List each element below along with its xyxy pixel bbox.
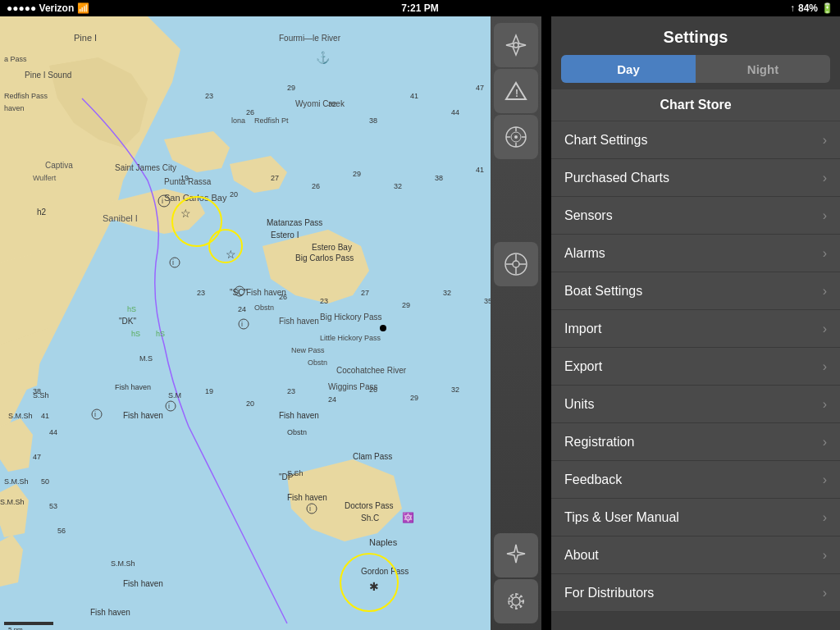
chevron-icon: ›: [823, 472, 827, 487]
svg-text:h2: h2: [37, 208, 47, 217]
svg-point-123: [514, 135, 518, 139]
svg-text:i: i: [94, 410, 96, 418]
svg-text:i: i: [172, 258, 174, 267]
svg-text:23: 23: [320, 297, 328, 305]
svg-text:M.S: M.S: [139, 354, 153, 363]
svg-text:New Pass: New Pass: [291, 346, 325, 354]
svg-text:44: 44: [49, 428, 57, 436]
svg-text:Obstn: Obstn: [308, 358, 327, 367]
svg-text:Wulfert: Wulfert: [33, 174, 57, 182]
chart-store-row[interactable]: Chart Store: [551, 89, 840, 121]
battery-text: 84%: [798, 2, 818, 14]
svg-text:29: 29: [402, 301, 410, 309]
purchased-charts-label: Purchased Charts: [564, 171, 669, 185]
about-label: About: [564, 548, 599, 563]
svg-text:Little Hickory Pass: Little Hickory Pass: [320, 334, 381, 342]
settings-item-registration[interactable]: Registration ›: [551, 423, 840, 461]
svg-text:27: 27: [361, 289, 369, 297]
chevron-icon: ›: [823, 133, 827, 148]
svg-text:29: 29: [287, 84, 295, 92]
settings-item-import[interactable]: Import ›: [551, 310, 840, 348]
status-bar: ●●●●● Verizon 📶 7:21 PM ↑ 84% 🔋: [0, 0, 840, 16]
svg-text:Fourmi—le River: Fourmi—le River: [279, 34, 341, 43]
svg-text:☆: ☆: [180, 207, 191, 220]
settings-item-units[interactable]: Units ›: [551, 386, 840, 423]
settings-item-for-distributors[interactable]: For Distributors ›: [551, 574, 840, 612]
tips-user-manual-label: Tips & User Manual: [564, 510, 679, 525]
map-area[interactable]: 23 26 29 32 38 41 44 47 19 20 27 26 29 3…: [0, 16, 541, 630]
svg-text:Sh.C: Sh.C: [361, 514, 379, 523]
warning-icon-btn[interactable]: !: [494, 69, 538, 113]
svg-text:50: 50: [41, 477, 49, 486]
chevron-icon: ›: [823, 284, 827, 299]
svg-text:Redfish Pass: Redfish Pass: [4, 92, 48, 100]
svg-text:Big Hickory Pass: Big Hickory Pass: [320, 313, 382, 322]
svg-text:S.M.Sh: S.M.Sh: [8, 412, 33, 420]
svg-text:47: 47: [476, 84, 484, 92]
settings-item-feedback[interactable]: Feedback ›: [551, 461, 840, 499]
svg-text:24: 24: [238, 305, 246, 313]
settings-item-tips-user-manual[interactable]: Tips & User Manual ›: [551, 499, 840, 536]
svg-text:53: 53: [49, 502, 57, 510]
svg-point-126: [512, 597, 520, 605]
svg-text:20: 20: [246, 399, 254, 408]
svg-text:Pine I: Pine I: [74, 33, 97, 43]
chevron-icon: ›: [823, 171, 827, 185]
settings-item-sensors[interactable]: Sensors ›: [551, 197, 840, 235]
wifi-icon: 📶: [77, 2, 89, 14]
day-mode-button[interactable]: Day: [561, 55, 696, 83]
svg-text:Big Carlos Pass: Big Carlos Pass: [295, 253, 354, 262]
sparkle-icon-btn[interactable]: [494, 533, 538, 578]
day-night-toggle[interactable]: Day Night: [561, 55, 830, 83]
steering-wheel-icon-btn[interactable]: [494, 242, 538, 286]
signal-icon: ↑: [790, 2, 795, 14]
svg-text:hS: hS: [156, 330, 165, 338]
svg-text:i: i: [237, 287, 239, 295]
svg-text:S.Sh: S.Sh: [287, 469, 304, 477]
chevron-icon: ›: [823, 208, 827, 223]
chevron-icon: ›: [823, 397, 827, 412]
svg-text:41: 41: [41, 412, 49, 420]
svg-text:Fish haven: Fish haven: [287, 493, 327, 502]
svg-text:44: 44: [451, 108, 459, 116]
svg-text:Wyomi Creek: Wyomi Creek: [295, 99, 345, 108]
settings-item-chart-settings[interactable]: Chart Settings ›: [551, 121, 840, 159]
settings-item-purchased-charts[interactable]: Purchased Charts ›: [551, 159, 840, 197]
gear-icon-btn[interactable]: [494, 579, 538, 623]
settings-panel: Settings Day Night Chart Store Chart Set…: [551, 16, 840, 630]
boat-settings-label: Boat Settings: [564, 284, 642, 299]
svg-text:24: 24: [328, 395, 336, 404]
battery-icon: 🔋: [821, 2, 833, 14]
svg-text:27: 27: [271, 174, 279, 182]
svg-text:38: 38: [435, 174, 443, 182]
settings-item-alarms[interactable]: Alarms ›: [551, 235, 840, 272]
settings-item-export[interactable]: Export ›: [551, 348, 840, 386]
svg-text:Matanzas Pass: Matanzas Pass: [267, 218, 322, 227]
settings-item-boat-settings[interactable]: Boat Settings ›: [551, 272, 840, 310]
svg-text:Fish haven: Fish haven: [246, 288, 286, 297]
svg-text:26: 26: [246, 108, 254, 116]
svg-text:🔯: 🔯: [402, 511, 414, 523]
svg-text:Saint James City: Saint James City: [115, 163, 176, 172]
chevron-icon: ›: [823, 435, 827, 450]
svg-text:!: !: [515, 88, 518, 99]
svg-text:41: 41: [476, 166, 484, 174]
navigation-icon-btn[interactable]: [494, 23, 538, 67]
svg-text:☆: ☆: [226, 248, 236, 261]
svg-text:i: i: [168, 402, 170, 410]
feedback-label: Feedback: [564, 472, 622, 487]
chevron-icon: ›: [823, 586, 827, 600]
compass-rose-icon-btn[interactable]: [494, 115, 538, 159]
svg-text:hS: hS: [131, 330, 140, 338]
night-mode-button[interactable]: Night: [696, 55, 830, 83]
svg-text:32: 32: [443, 289, 451, 297]
chevron-icon: ›: [823, 246, 827, 261]
svg-text:23: 23: [287, 387, 295, 395]
svg-point-125: [513, 261, 519, 267]
svg-text:Clam Pass: Clam Pass: [353, 452, 392, 461]
svg-text:a Pass: a Pass: [4, 55, 27, 63]
svg-text:"DK": "DK": [119, 317, 136, 326]
svg-text:S.Sh: S.Sh: [33, 391, 49, 399]
svg-text:Fish haven: Fish haven: [115, 383, 151, 391]
settings-item-about[interactable]: About ›: [551, 536, 840, 574]
